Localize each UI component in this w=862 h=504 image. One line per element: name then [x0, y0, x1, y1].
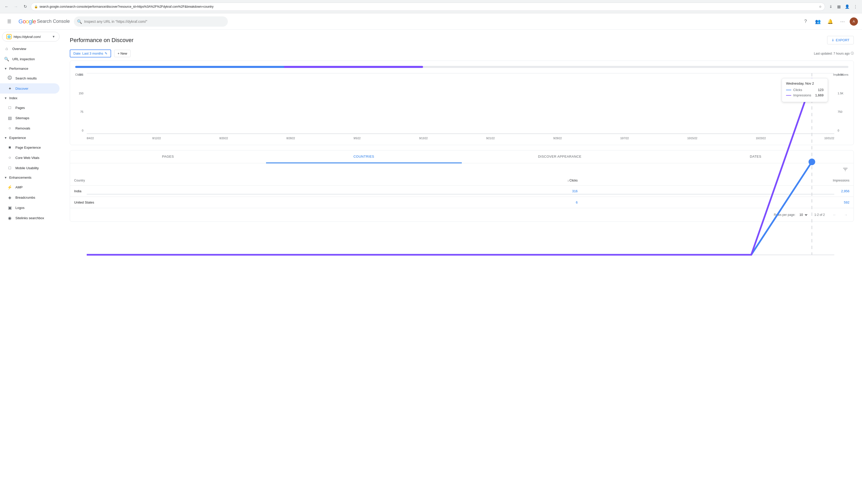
- mobile-usability-icon: □: [7, 165, 12, 170]
- sidebar-item-amp[interactable]: ⚡ AMP: [0, 182, 60, 192]
- content-area: Performance on Discover ⇓ EXPORT Date: L…: [62, 30, 862, 504]
- back-button[interactable]: ←: [3, 3, 10, 10]
- date-filter-button[interactable]: Date: Last 3 months ✎: [70, 50, 111, 57]
- sidebar-section-enhancements[interactable]: ▼ Enhancements: [0, 173, 62, 182]
- sidebar-item-mobile-usability[interactable]: □ Mobile Usability: [0, 163, 60, 173]
- property-selector[interactable]: 🌐 https://dykraf.com/ ▼: [2, 32, 60, 41]
- logo-area[interactable]: Google Search Console: [18, 18, 70, 25]
- chevron-down-icon-experience: ▼: [4, 136, 7, 140]
- help-button[interactable]: ?: [800, 16, 811, 27]
- pagination-next-button[interactable]: →: [842, 211, 849, 218]
- sidebar-item-breadcrumbs[interactable]: ◈ Breadcrumbs: [0, 192, 60, 202]
- y-axis-75: 75: [80, 110, 83, 113]
- menu-button[interactable]: ☰: [4, 16, 14, 27]
- x-label-2: 8/20/22: [219, 137, 228, 140]
- forward-button[interactable]: →: [12, 3, 19, 10]
- reload-button[interactable]: ↻: [22, 3, 29, 10]
- google-logo: Google: [18, 18, 36, 25]
- x-label-0: 8/4/22: [87, 137, 94, 140]
- address-bar[interactable]: 🔒 search.google.com/search-console/perfo…: [31, 2, 825, 11]
- sidebar-item-discover-label: Discover: [15, 87, 28, 91]
- chart-tooltip: Wednesday, Nov 2 Clicks 123 Impressions …: [782, 78, 828, 102]
- discover-icon: ✦: [7, 86, 12, 91]
- sidebar-section-enhancements-label: Enhancements: [9, 176, 31, 180]
- home-icon: ⌂: [4, 47, 9, 51]
- sidebar-section-index-label: Index: [9, 96, 17, 100]
- property-chevron-icon: ▼: [52, 35, 55, 38]
- impressions-line: [87, 81, 812, 255]
- sidebar-item-sitelinks-searchbox[interactable]: ◉ Sitelinks searchbox: [0, 213, 60, 223]
- download-icon: ⇓: [832, 38, 834, 42]
- sidebar-item-page-experience-label: Page Experience: [15, 146, 41, 149]
- browser-chrome: ← → ↻ 🔒 search.google.com/search-console…: [0, 0, 862, 13]
- chart-progress-bar: [75, 66, 848, 68]
- new-filter-button[interactable]: + New: [114, 50, 130, 57]
- sidebar-item-removals[interactable]: ○ Removals: [0, 123, 60, 133]
- sidebar-item-sitelinks-searchbox-label: Sitelinks searchbox: [15, 216, 44, 220]
- download-icon[interactable]: ⇓: [827, 3, 834, 10]
- x-label-10: 10/23/22: [756, 137, 766, 140]
- breadcrumbs-icon: ◈: [7, 195, 12, 200]
- search-results-icon: G: [7, 76, 12, 81]
- top-bar: ☰ Google Search Console 🔍 ? 👥 🔔 ⋯ A: [0, 13, 862, 30]
- tooltip-clicks-value: 123: [818, 88, 824, 92]
- svg-text:G: G: [9, 76, 11, 79]
- sidebar-item-core-web-vitals-label: Core Web Vitals: [15, 156, 39, 160]
- sidebar-section-performance[interactable]: ▼ Performance: [0, 64, 62, 73]
- y-axis-imp-0: 0: [838, 129, 839, 132]
- people-button[interactable]: 👥: [813, 16, 823, 27]
- app-container: ☰ Google Search Console 🔍 ? 👥 🔔 ⋯ A 🌐 ht…: [0, 13, 862, 504]
- sidebar-item-logos[interactable]: ▣ Logos: [0, 202, 60, 213]
- property-name: https://dykraf.com/: [14, 35, 50, 39]
- chart-y-axis-left: 225 150 75 0: [75, 73, 86, 132]
- browser-actions: ⇓ ▦ 👤 ⋮: [827, 3, 859, 10]
- sidebar-section-experience[interactable]: ▼ Experience: [0, 133, 62, 142]
- tooltip-impressions-label: Impressions: [793, 93, 813, 97]
- tooltip-impressions-row: Impressions 1,669: [786, 93, 824, 97]
- sidebar-item-pages[interactable]: □ Pages: [0, 103, 60, 113]
- page-experience-icon: ■: [7, 145, 12, 150]
- sidebar-section-experience-label: Experience: [9, 136, 26, 140]
- extensions-icon[interactable]: ▦: [835, 3, 843, 10]
- clicks-line: [87, 162, 812, 255]
- main-layout: 🌐 https://dykraf.com/ ▼ ⌂ Overview 🔍 URL…: [0, 30, 862, 504]
- sidebar-section-index[interactable]: ▼ Index: [0, 94, 62, 103]
- apps-button[interactable]: ⋯: [837, 16, 848, 27]
- tooltip-impressions-line: [786, 95, 791, 96]
- x-label-6: 9/21/22: [486, 137, 495, 140]
- y-axis-225: 225: [79, 73, 83, 76]
- search-input[interactable]: [74, 16, 228, 27]
- x-label-7: 9/29/22: [553, 137, 562, 140]
- date-filter-label: Date: Last 3 months: [73, 52, 103, 55]
- y-axis-750: 750: [838, 110, 842, 113]
- tooltip-clicks-label: Clicks: [793, 88, 816, 92]
- x-label-11: 10/31/22: [824, 137, 834, 140]
- avatar[interactable]: A: [850, 17, 858, 26]
- sidebar-item-discover[interactable]: ✦ Discover: [0, 83, 60, 94]
- search-icon: 🔍: [77, 19, 82, 24]
- sidebar-item-removals-label: Removals: [15, 127, 30, 130]
- filter-button[interactable]: [841, 165, 849, 174]
- profile-icon[interactable]: 👤: [844, 3, 851, 10]
- notifications-button[interactable]: 🔔: [825, 16, 835, 27]
- last-updated-text: Last updated: 7 hours ago: [814, 52, 850, 55]
- page-title: Performance on Discover: [70, 37, 133, 43]
- logos-icon: ▣: [7, 205, 12, 210]
- filter-bar: Date: Last 3 months ✎ + New Last updated…: [70, 50, 854, 57]
- sidebar-item-core-web-vitals[interactable]: ○ Core Web Vitals: [0, 152, 60, 163]
- sidebar-item-page-experience[interactable]: ■ Page Experience: [0, 142, 60, 152]
- x-label-4: 9/5/22: [354, 137, 361, 140]
- sidebar-item-url-inspection[interactable]: 🔍 URL inspection: [0, 54, 60, 64]
- sidebar-item-search-results[interactable]: G Search results: [0, 73, 60, 83]
- x-label-3: 8/28/22: [287, 137, 295, 140]
- sidebar-item-logos-label: Logos: [15, 206, 24, 210]
- more-icon[interactable]: ⋮: [852, 3, 859, 10]
- tooltip-impressions-value: 1,669: [815, 93, 824, 97]
- tooltip-clicks-line: [786, 90, 791, 90]
- export-button[interactable]: ⇓ EXPORT: [827, 36, 854, 44]
- sidebar-item-amp-label: AMP: [15, 185, 23, 189]
- sidebar-item-sitemaps[interactable]: ▤ Sitemaps: [0, 113, 60, 123]
- sidebar-item-overview[interactable]: ⌂ Overview: [0, 43, 60, 54]
- y-axis-2.3k: 2.3K: [838, 73, 844, 76]
- star-icon[interactable]: ☆: [819, 5, 822, 9]
